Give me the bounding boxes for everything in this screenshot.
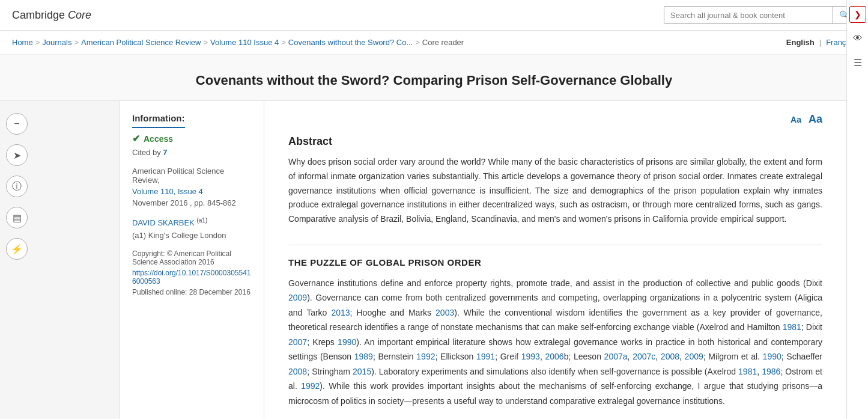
ref-dixit-2009[interactable]: 2009	[288, 293, 307, 302]
ref-leeson-2009[interactable]: 2009	[685, 352, 703, 361]
breadcrumb-journal[interactable]: American Political Science Review	[81, 38, 201, 47]
language-switcher: English | Français	[786, 38, 856, 47]
chart-icon: ▤	[13, 212, 22, 224]
published-online: Published online: 28 December 2016	[132, 288, 252, 296]
affiliation-institution: King's College London	[148, 231, 226, 240]
left-sidebar: − ➤ ⓘ ▤ ⚡	[0, 101, 120, 419]
ref-axelrod-1986[interactable]: 1986	[762, 367, 780, 376]
site-logo: Cambridge Core	[12, 9, 91, 22]
abstract-section: Abstract Why does prison social order va…	[288, 135, 822, 227]
chevron-right-icon: ❯	[854, 10, 861, 19]
ref-leeson-2007c[interactable]: 2007c	[633, 352, 655, 361]
ref-bernstein-1992[interactable]: 1992	[416, 352, 435, 361]
section-divider	[288, 245, 822, 245]
ref-greif-2006b[interactable]: 2006	[545, 352, 563, 361]
font-small-btn[interactable]: Aa	[791, 113, 801, 126]
navigate-icon: ➤	[13, 150, 21, 161]
ref-dixit-2007[interactable]: 2007	[288, 337, 307, 347]
doi-anchor[interactable]: https://doi.org/10.1017/S000030554160005…	[132, 269, 251, 286]
font-controls: Aa Aa	[288, 113, 822, 126]
copyright: Copyright: © American Political Science …	[132, 249, 252, 266]
affiliation-label: (a1)	[132, 231, 146, 240]
sidebar-info-btn[interactable]: ⓘ	[6, 176, 28, 197]
site-header: Cambridge Core 🔍	[0, 0, 868, 31]
check-icon: ✔	[132, 133, 140, 144]
breadcrumb-sep-5: >	[415, 38, 420, 47]
pub-date: November 2016 , pp. 845-862	[132, 198, 252, 207]
author-link[interactable]: DAVID SKARBEK	[132, 218, 195, 227]
access-label: Access	[144, 134, 173, 144]
ref-ostrom-1992[interactable]: 1992	[301, 381, 320, 391]
affiliation: (a1) King's College London	[132, 231, 252, 240]
section-1: THE PUZZLE OF GLOBAL PRISON ORDER Govern…	[288, 257, 822, 419]
breadcrumb-article[interactable]: Covenants without the Sword? Co...	[288, 38, 413, 47]
sidebar-lightning-btn[interactable]: ⚡	[6, 238, 28, 260]
journal-name: American Political Science Review,	[132, 167, 252, 185]
breadcrumb-current: Core reader	[422, 38, 464, 47]
eye-icon: 👁	[853, 33, 863, 44]
list-btn[interactable]: ☰	[849, 54, 866, 71]
breadcrumb: Home > Journals > American Political Sci…	[0, 31, 868, 55]
sidebar-navigate-btn[interactable]: ➤	[6, 144, 28, 166]
content-area: Aa Aa Abstract Why does prison social or…	[264, 101, 846, 419]
article-title: Covenants without the Sword? Comparing P…	[24, 73, 844, 88]
journal-issue: Volume 110, Issue 4	[132, 187, 252, 196]
list-icon: ☰	[854, 57, 862, 69]
lang-sep: |	[819, 38, 821, 47]
sidebar-chart-btn[interactable]: ▤	[6, 207, 28, 228]
abstract-heading: Abstract	[288, 135, 822, 148]
access-badge: ✔ Access	[132, 133, 252, 144]
ref-milgrom-1990[interactable]: 1990	[763, 352, 782, 361]
breadcrumb-sep-3: >	[203, 38, 208, 47]
ref-schaeffer-2008[interactable]: 2008	[288, 367, 307, 376]
ref-ellickson-1991[interactable]: 1991	[476, 352, 495, 361]
ref-benson-1989[interactable]: 1989	[354, 352, 373, 361]
lightning-icon: ⚡	[11, 243, 23, 255]
doi-link: https://doi.org/10.1017/S000030554160005…	[132, 269, 252, 286]
breadcrumb-volume[interactable]: Volume 110 Issue 4	[210, 38, 279, 47]
ref-axelrod-1981[interactable]: 1981	[783, 322, 801, 332]
abstract-text: Why does prison social order vary around…	[288, 155, 822, 227]
right-panel-toggle: ❯ 👁 ☰	[846, 0, 868, 419]
ref-aligica-2013[interactable]: 2013	[331, 308, 350, 317]
breadcrumb-home[interactable]: Home	[12, 38, 33, 47]
cited-by-count[interactable]: 7	[163, 148, 167, 157]
section-1-paragraph-2: The quality of governance institutions i…	[288, 417, 822, 419]
search-bar[interactable]: 🔍	[664, 6, 856, 24]
breadcrumb-sep-4: >	[281, 38, 286, 47]
font-large-btn[interactable]: Aa	[809, 113, 822, 126]
panel-collapse-btn[interactable]: ❯	[849, 6, 866, 23]
ref-axelrod-1981b[interactable]: 1981	[738, 367, 757, 376]
section-1-paragraph-1: Governance institutions define and enfor…	[288, 276, 822, 409]
lang-english[interactable]: English	[786, 38, 815, 47]
ref-kreps-1990[interactable]: 1990	[338, 337, 356, 347]
minus-icon: −	[14, 118, 19, 129]
author-name: DAVID SKARBEK (a1)	[132, 217, 252, 227]
search-input[interactable]	[664, 7, 833, 23]
ref-leeson-2008[interactable]: 2008	[661, 352, 679, 361]
eye-btn[interactable]: 👁	[849, 30, 866, 47]
title-area: Covenants without the Sword? Comparing P…	[0, 55, 868, 101]
info-panel: Information: ✔ Access Cited by 7 America…	[120, 101, 264, 419]
breadcrumb-journals[interactable]: Journals	[42, 38, 71, 47]
breadcrumb-sep-2: >	[74, 38, 79, 47]
journal-issue-link[interactable]: Volume 110, Issue 4	[132, 187, 203, 196]
cited-by: Cited by 7	[132, 148, 252, 157]
cited-by-label: Cited by	[132, 148, 161, 157]
affiliation-marker: (a1)	[196, 217, 207, 224]
ref-leeson-2007a[interactable]: 2007a	[604, 352, 628, 361]
ref-hooghe-2003[interactable]: 2003	[436, 308, 454, 317]
breadcrumb-sep-1: >	[35, 38, 40, 47]
info-icon: ⓘ	[12, 180, 22, 193]
section-1-heading: THE PUZZLE OF GLOBAL PRISON ORDER	[288, 257, 822, 268]
ref-greif-1993[interactable]: 1993	[521, 352, 540, 361]
ref-stringham-2015[interactable]: 2015	[353, 367, 371, 376]
sidebar-minus-btn[interactable]: −	[6, 113, 28, 135]
main-layout: − ➤ ⓘ ▤ ⚡ Information: ✔ Access Cited by…	[0, 101, 846, 419]
info-panel-heading: Information:	[132, 113, 185, 128]
